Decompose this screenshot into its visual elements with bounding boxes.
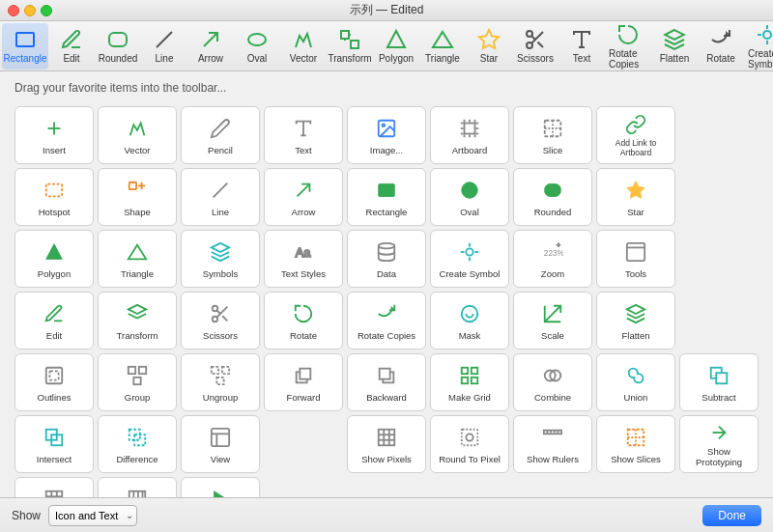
grid-empty-6 xyxy=(264,477,343,497)
grid-line[interactable]: Line xyxy=(181,168,260,226)
grid-vector[interactable]: Vector xyxy=(98,106,177,164)
grid-mask[interactable]: Mask xyxy=(430,292,509,350)
toolbar-edit[interactable]: Edit xyxy=(48,23,95,70)
shape-grid-icon xyxy=(124,177,151,204)
grid-show-pixels-label: Show Pixels xyxy=(361,454,412,464)
grid-make-grid[interactable]: Make Grid xyxy=(430,353,509,411)
grid-pencil[interactable]: Pencil xyxy=(181,106,260,164)
grid-flatten[interactable]: Flatten xyxy=(596,292,675,350)
grid-transform[interactable]: Transform xyxy=(98,292,177,350)
grid-union[interactable]: Union xyxy=(596,353,675,411)
grid-outlines[interactable]: Outlines xyxy=(14,353,94,411)
grid-rectangle[interactable]: Rectangle xyxy=(347,168,426,226)
grid-transform-label: Transform xyxy=(117,330,158,341)
arrow-icon xyxy=(199,28,222,51)
grid-show-rulers[interactable]: Show Rulers xyxy=(513,415,592,473)
grid-difference[interactable]: Difference xyxy=(98,415,177,473)
grid-tools[interactable]: Tools xyxy=(596,230,675,288)
grid-zoom[interactable]: 223% Zoom xyxy=(513,230,592,288)
arrow-grid-icon xyxy=(290,177,317,204)
grid-view[interactable]: View xyxy=(181,415,260,473)
toolbar-triangle-label: Triangle xyxy=(425,53,460,64)
grid-triangle[interactable]: Triangle xyxy=(98,230,177,288)
show-select-wrapper[interactable]: Icon and Text Icon Only Text Only ⌄ xyxy=(48,505,137,526)
grid-scissors[interactable]: Scissors xyxy=(181,292,260,350)
grid-rotate-copies[interactable]: Rotate Copies xyxy=(347,292,426,350)
grid-forward-label: Forward xyxy=(287,392,321,403)
grid-forward[interactable]: Forward xyxy=(264,353,343,411)
grid-combine[interactable]: Combine xyxy=(513,353,592,411)
grid-oval[interactable]: Oval xyxy=(430,168,509,226)
grid-empty-1 xyxy=(679,106,759,164)
toolbar-line[interactable]: Line xyxy=(141,23,187,70)
toolbar-rectangle[interactable]: Rectangle xyxy=(2,23,48,70)
toolbar-arrow[interactable]: Arrow xyxy=(187,23,234,70)
grid-edit[interactable]: Edit xyxy=(14,292,94,350)
svg-rect-105 xyxy=(379,430,395,446)
toolbar-triangle[interactable]: Triangle xyxy=(419,23,466,70)
close-button[interactable] xyxy=(8,5,19,16)
grid-shape[interactable]: Shape xyxy=(98,168,177,226)
grid-scale[interactable]: Scale xyxy=(513,292,592,350)
toolbar-flatten[interactable]: Flatten xyxy=(651,23,698,70)
data-grid-icon xyxy=(373,238,400,266)
grid-image[interactable]: Image... xyxy=(347,106,426,164)
toolbar-vector[interactable]: Vector xyxy=(280,23,327,70)
grid-symbols[interactable]: Symbols xyxy=(181,230,260,288)
grid-show-prototyping[interactable]: Show Prototyping xyxy=(679,415,759,473)
artboard-grid-icon xyxy=(456,115,483,142)
toolbar-transform[interactable]: Transform xyxy=(327,23,373,70)
minimize-button[interactable] xyxy=(24,5,36,16)
grid-round-to-pixel[interactable]: Round To Pixel xyxy=(430,415,509,473)
maximize-button[interactable] xyxy=(41,5,52,16)
svg-rect-102 xyxy=(212,429,229,446)
show-select[interactable]: Icon and Text Icon Only Text Only xyxy=(48,505,137,526)
vector-grid-icon xyxy=(124,115,151,142)
grid-insert[interactable]: Insert xyxy=(14,106,94,164)
grid-make-grid-label: Make Grid xyxy=(448,392,491,403)
grid-text-styles-label: Text Styles xyxy=(281,268,326,279)
grid-hotspot[interactable]: Hotspot xyxy=(14,168,94,226)
show-prototyping-grid-icon xyxy=(705,422,732,443)
svg-rect-55 xyxy=(545,184,561,197)
toolbar-text[interactable]: Text xyxy=(558,23,605,70)
grid-preview[interactable]: Preview xyxy=(181,477,260,497)
toolbar-rotate-copies[interactable]: Rotate Copies xyxy=(605,23,651,70)
grid-polygon[interactable]: Polygon xyxy=(14,230,94,288)
grid-add-link[interactable]: Add Link to Artboard xyxy=(596,106,675,164)
grid-slice[interactable]: Slice xyxy=(513,106,592,164)
show-slices-grid-icon xyxy=(622,424,649,451)
zoom-grid-icon: 223% xyxy=(539,238,566,266)
grid-group[interactable]: Group xyxy=(98,353,177,411)
scale-grid-icon xyxy=(539,300,566,327)
grid-subtract[interactable]: Subtract xyxy=(679,353,759,411)
grid-show-grid[interactable]: Show Grid xyxy=(14,477,94,497)
vector-icon xyxy=(292,28,315,51)
grid-show-pixels[interactable]: Show Pixels xyxy=(347,415,426,473)
grid-backward[interactable]: Backward xyxy=(347,353,426,411)
toolbar-oval[interactable]: Oval xyxy=(234,23,280,70)
grid-intersect[interactable]: Intersect xyxy=(14,415,94,473)
grid-star[interactable]: Star xyxy=(596,168,675,226)
grid-show-slices[interactable]: Show Slices xyxy=(596,415,675,473)
grid-pencil-label: Pencil xyxy=(208,145,233,155)
toolbar-star[interactable]: Star xyxy=(466,23,512,70)
rounded-icon xyxy=(106,28,129,51)
toolbar-rotate[interactable]: Rotate xyxy=(698,23,744,70)
grid-data[interactable]: Data xyxy=(347,230,426,288)
toolbar-rounded[interactable]: Rounded xyxy=(95,23,141,70)
grid-arrow[interactable]: Arrow xyxy=(264,168,343,226)
grid-show-layout[interactable]: Show Layout xyxy=(98,477,177,497)
grid-ungroup[interactable]: Ungroup xyxy=(181,353,260,411)
toolbar-scissors[interactable]: Scissors xyxy=(512,23,558,70)
svg-rect-78 xyxy=(46,368,63,384)
grid-text-styles[interactable]: Aa Text Styles xyxy=(264,230,343,288)
grid-rounded[interactable]: Rounded xyxy=(513,168,592,226)
grid-rotate[interactable]: Rotate xyxy=(264,292,343,350)
grid-create-symbol[interactable]: Create Symbol xyxy=(430,230,509,288)
toolbar-create-symbol[interactable]: Create Symbol xyxy=(744,23,773,70)
grid-artboard[interactable]: Artboard xyxy=(430,106,509,164)
toolbar-polygon[interactable]: Polygon xyxy=(373,23,419,70)
grid-text[interactable]: Text xyxy=(264,106,343,164)
done-button[interactable]: Done xyxy=(702,505,761,526)
